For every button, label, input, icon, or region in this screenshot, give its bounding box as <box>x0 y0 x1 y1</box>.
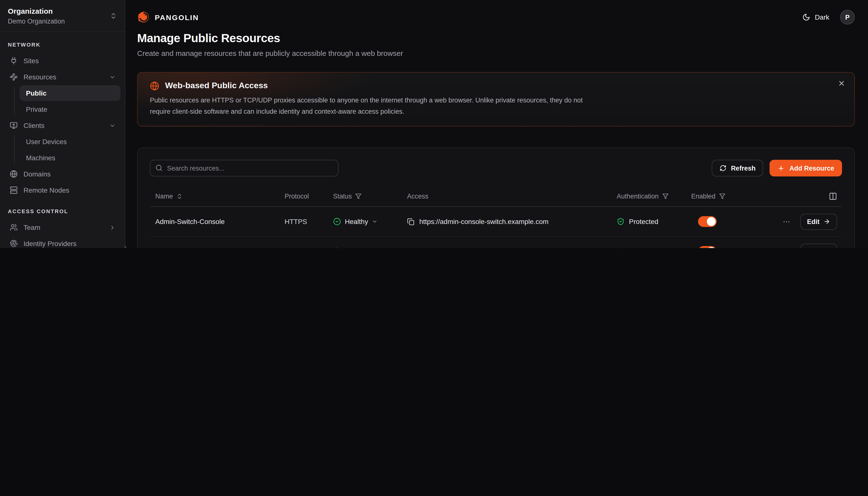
copy-icon[interactable] <box>407 218 414 226</box>
topbar: PANGOLIN Dark P <box>125 0 868 30</box>
filter-icon <box>719 193 725 200</box>
sidebar-item-user-devices[interactable]: User Devices <box>20 134 120 150</box>
globe-icon <box>150 81 159 90</box>
app-root: Organization Demo Organization NETWORK S… <box>0 0 868 248</box>
row-menu-icon[interactable] <box>782 218 790 226</box>
sidebar-item-domains[interactable]: Domains <box>4 166 120 182</box>
status-dropdown[interactable]: Healthy <box>333 248 407 248</box>
circle-check-icon <box>333 218 341 226</box>
page-subtitle: Create and manage resources that are pub… <box>137 49 855 57</box>
edit-button[interactable]: Edit <box>800 214 837 230</box>
section-title-access-control: ACCESS CONTROL <box>0 199 125 219</box>
page-title: Manage Public Resources <box>137 31 855 45</box>
shield-check-icon <box>617 218 625 226</box>
brand: PANGOLIN <box>137 11 199 24</box>
plus-icon <box>777 165 785 172</box>
sidebar-item-private[interactable]: Private <box>20 102 120 117</box>
chevrons-up-down-icon <box>110 12 117 20</box>
shield-check-icon <box>617 248 625 248</box>
add-resource-button[interactable]: Add Resource <box>770 160 842 177</box>
sidebar-resize-handle[interactable] <box>124 246 126 248</box>
banner-header: Web-based Public Access <box>150 81 843 91</box>
clients-subgroup: User Devices Machines <box>0 134 125 166</box>
column-header-authentication[interactable]: Authentication <box>617 193 691 200</box>
columns-settings-icon[interactable] <box>829 192 837 201</box>
enabled-toggle[interactable] <box>698 216 717 227</box>
page-header: Manage Public Resources Create and manag… <box>125 30 868 57</box>
server-icon <box>10 186 18 194</box>
filter-icon <box>662 193 669 200</box>
resource-name: Apache-Web-Server-04 <box>150 248 285 248</box>
banner-description: Public resources are HTTPS or TCP/UDP pr… <box>150 95 593 118</box>
status-dropdown[interactable]: Healthy <box>333 218 407 226</box>
edit-button[interactable]: Edit <box>800 244 837 248</box>
chevron-down-icon <box>109 74 116 80</box>
circle-check-icon <box>333 248 341 248</box>
sidebar-nav: NETWORK Sites Resources Public Private <box>0 32 125 248</box>
sort-icon <box>176 193 183 200</box>
waypoints-icon <box>10 73 18 81</box>
info-banner: Web-based Public Access Public resources… <box>137 72 855 127</box>
sidebar-item-resources[interactable]: Resources <box>4 69 120 85</box>
topbar-controls: Dark P <box>803 10 855 25</box>
refresh-button[interactable]: Refresh <box>712 160 763 177</box>
monitor-up-icon <box>10 122 18 129</box>
chevron-right-icon <box>109 224 116 231</box>
sidebar-item-team[interactable]: Team <box>4 220 120 235</box>
column-header-enabled[interactable]: Enabled <box>691 193 765 200</box>
theme-toggle[interactable]: Dark <box>803 13 829 21</box>
close-icon[interactable] <box>838 79 846 87</box>
org-current-value: Demo Organization <box>8 18 65 25</box>
resource-access: https://admin-console-switch.example.com <box>407 218 617 226</box>
table-row: Admin-Switch-Console HTTPS Healthy https… <box>150 207 842 237</box>
globe-icon <box>10 170 18 178</box>
resource-url: https://apache-web-server-04.example.com <box>419 248 551 248</box>
fingerprint-icon <box>10 240 18 248</box>
sidebar-item-sites[interactable]: Sites <box>4 53 120 68</box>
users-icon <box>10 223 18 231</box>
table-row: Apache-Web-Server-04 HTTPS Healthy https… <box>150 237 842 248</box>
search-icon <box>155 165 163 172</box>
column-header-access: Access <box>407 193 617 200</box>
sidebar-item-public[interactable]: Public <box>20 85 120 101</box>
row-menu-icon[interactable] <box>782 248 790 248</box>
banner-title: Web-based Public Access <box>165 81 268 91</box>
chevron-down-icon <box>109 122 116 129</box>
resource-authentication: Protected <box>617 218 691 226</box>
column-header-status[interactable]: Status <box>333 193 407 200</box>
table-toolbar: Refresh Add Resource <box>150 160 842 177</box>
avatar[interactable]: P <box>840 10 855 25</box>
moon-icon <box>803 13 810 21</box>
resource-access: https://apache-web-server-04.example.com <box>407 248 617 248</box>
column-header-name[interactable]: Name <box>150 193 285 200</box>
sidebar-item-remote-nodes[interactable]: Remote Nodes <box>4 182 120 198</box>
brand-name: PANGOLIN <box>155 13 199 21</box>
main-content: PANGOLIN Dark P Manage Public Resources … <box>125 0 868 248</box>
column-header-protocol: Protocol <box>285 193 333 200</box>
org-switcher[interactable]: Organization Demo Organization <box>0 0 125 32</box>
org-title: Organization <box>8 7 65 15</box>
sidebar: Organization Demo Organization NETWORK S… <box>0 0 125 248</box>
plug-icon <box>10 57 18 65</box>
sidebar-item-clients[interactable]: Clients <box>4 118 120 133</box>
chevron-down-icon <box>372 219 378 225</box>
resource-url: https://admin-console-switch.example.com <box>419 218 549 226</box>
search-input[interactable] <box>150 160 338 177</box>
section-title-network: NETWORK <box>0 32 125 52</box>
table-header: Name Protocol Status Access Authenticati… <box>150 186 842 207</box>
pangolin-logo-icon <box>137 11 150 24</box>
search-box <box>150 160 338 177</box>
sidebar-item-machines[interactable]: Machines <box>20 150 120 166</box>
resource-name: Admin-Switch-Console <box>150 218 285 226</box>
resources-subgroup: Public Private <box>0 85 125 117</box>
filter-icon <box>355 193 362 200</box>
resources-card: Refresh Add Resource Name Protocol <box>137 148 855 248</box>
resource-protocol: HTTPS <box>285 248 333 248</box>
resource-authentication: Protected <box>617 248 691 248</box>
arrow-right-icon <box>823 218 830 225</box>
enabled-toggle[interactable] <box>698 246 717 248</box>
sidebar-item-identity-providers[interactable]: Identity Providers <box>4 236 120 248</box>
resource-protocol: HTTPS <box>285 218 333 226</box>
refresh-icon <box>720 165 726 172</box>
table-body: Admin-Switch-Console HTTPS Healthy https… <box>150 207 842 248</box>
